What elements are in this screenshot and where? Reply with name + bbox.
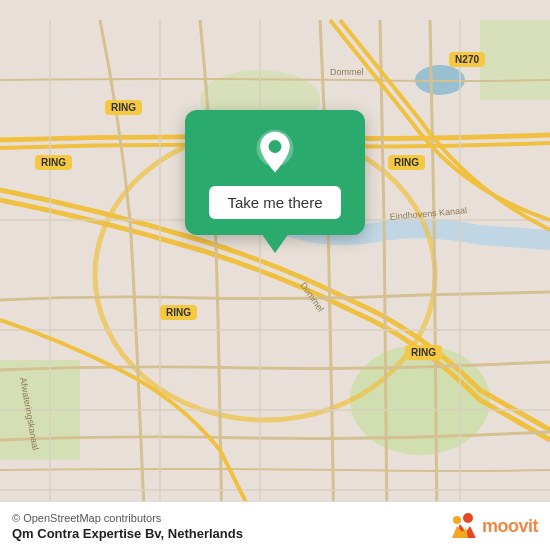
moovit-text: moovit: [482, 516, 538, 537]
svg-rect-3: [480, 20, 550, 100]
svg-text:Dommel: Dommel: [330, 67, 364, 77]
svg-point-21: [463, 513, 473, 523]
ring-badge-2: RING: [105, 100, 142, 115]
bottom-bar: © OpenStreetMap contributors Qm Contra E…: [0, 501, 550, 550]
take-me-there-button[interactable]: Take me there: [209, 186, 340, 219]
ring-badge-1: RING: [35, 155, 72, 170]
moovit-logo: moovit: [446, 510, 538, 542]
location-popup: Take me there: [185, 110, 365, 235]
place-name: Qm Contra Expertise Bv, Netherlands: [12, 526, 243, 541]
n270-badge: N270: [449, 52, 485, 67]
ring-badge-4: RING: [160, 305, 197, 320]
map-container: Eindhovens Kanaal Afwateringskanaal Domm…: [0, 0, 550, 550]
bottom-bar-info: © OpenStreetMap contributors Qm Contra E…: [12, 512, 243, 541]
svg-point-20: [269, 140, 282, 153]
svg-point-22: [453, 516, 461, 524]
osm-attribution: © OpenStreetMap contributors: [12, 512, 243, 524]
ring-badge-5: RING: [405, 345, 442, 360]
ring-badge-3: RING: [388, 155, 425, 170]
moovit-icon: [446, 510, 478, 542]
map-pin-icon: [251, 128, 299, 176]
